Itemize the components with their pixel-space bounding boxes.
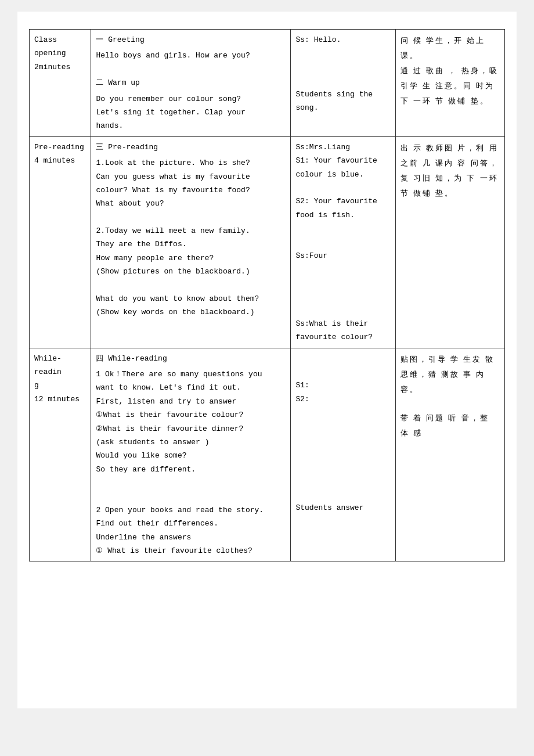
student-response: Ss:Four [295, 249, 390, 262]
student-response: Ss:Mrs.Liang [295, 141, 390, 154]
student-activity: Ss: Hello. Students sing the song. [291, 30, 395, 137]
activity-text: colour? What is my favourite food? [96, 183, 286, 197]
page: Class opening 2minutes 一 Greeting Hello … [17, 12, 517, 708]
activity-text: Would you like some? [96, 449, 286, 462]
student-response: favourite colour? [295, 330, 390, 344]
activity-text: 2 Open your books and read the story. [96, 503, 286, 517]
notes-text: 通 过 歌曲 ， 热身，吸 引学 生 注意。同 时为 下 一环 节 做铺 垫。 [400, 66, 499, 105]
notes-text: 问 候 学生，开 始上 课。 [400, 36, 486, 60]
activity-text: ②What is their favourite dinner? [96, 422, 286, 435]
section-header: 一 Greeting [96, 33, 286, 46]
activity-text: want to know. Let's find it out. [96, 381, 286, 394]
stage-time: 2minutes [34, 60, 86, 74]
student-activity: Ss:Mrs.Liang S1: Your favourite colour i… [291, 136, 395, 348]
activity-text: First, listen and try to answer [96, 395, 286, 408]
student-response: S1: Your favourite [295, 154, 390, 167]
activity-text: Find out their differences. [96, 517, 286, 530]
student-response: Ss:What is their [295, 317, 390, 330]
activity-text: 1.Look at the picture. Who is she? [96, 156, 286, 170]
stage-name: While-readin [34, 352, 86, 379]
section-header: 三 Pre-reading [96, 141, 286, 154]
table-row: Pre-reading 4 minutes 三 Pre-reading 1.Lo… [30, 136, 505, 348]
student-response: S1: [295, 379, 390, 392]
activity-text: 1 Ok！There are so many questions you [96, 368, 286, 381]
activity-text: What do you want to know about them? [96, 292, 286, 305]
stage-time: 4 minutes [34, 154, 86, 167]
student-activity: S1: S2: Students answer [291, 348, 395, 561]
activity-text: How many people are there? [96, 251, 286, 265]
teacher-activity: 一 Greeting Hello boys and girls. How are… [91, 30, 291, 137]
stage-name: Class opening [34, 33, 86, 60]
student-response: S2: Your favourite [295, 195, 390, 208]
student-response: colour is blue. [295, 168, 390, 181]
teacher-activity: 四 While-reading 1 Ok！There are so many q… [91, 348, 291, 561]
activity-text: They are the Diffos. [96, 237, 286, 251]
student-response: food is fish. [295, 208, 390, 222]
teacher-activity: 三 Pre-reading 1.Look at the picture. Who… [91, 136, 291, 348]
stage-time: 12 minutes [34, 393, 86, 406]
activity-text: 2.Today we will meet a new family. [96, 224, 286, 237]
activity-text: ①What is their favourite colour? [96, 408, 286, 422]
section-header: 二 Warm up [96, 76, 286, 89]
stage-name: Pre-reading [34, 141, 86, 154]
table-row: Class opening 2minutes 一 Greeting Hello … [30, 30, 505, 137]
notes: 问 候 学生，开 始上 课。 通 过 歌曲 ， 热身，吸 引学 生 注意。同 时… [395, 30, 504, 137]
student-response: S2: [295, 393, 390, 406]
student-response: Students sing the [295, 88, 390, 101]
activity-text: Let's sing it together. Clap your [96, 106, 286, 119]
student-response: Students answer [295, 501, 390, 514]
notes-text: 出 示 教师图 片，利 用 之前 几 课内 容 问答，复 习旧 知，为 下 一环… [400, 143, 499, 197]
stage-label: While-readin g 12 minutes [30, 348, 91, 561]
activity-text: Do you remember our colour song? [96, 92, 286, 106]
activity-text: (Show key words on the blackboard.) [96, 305, 286, 319]
section-header: 四 While-reading [96, 352, 286, 365]
activity-text: Underline the answers [96, 531, 286, 544]
notes: 贴图，引导 学 生发 散 思维，猜 测故 事 内容。 带 着 问题 听 音，整 … [395, 348, 504, 561]
activity-text: Hello boys and girls. How are you? [96, 49, 286, 62]
stage-label: Class opening 2minutes [30, 30, 91, 137]
activity-text: (ask students to answer ) [96, 435, 286, 449]
activity-text: So they are different. [96, 463, 286, 476]
table-row: While-readin g 12 minutes 四 While-readin… [30, 348, 505, 561]
student-response: song. [295, 101, 390, 114]
notes-text: 带 着 问题 听 音，整 体 感 [400, 413, 489, 437]
stage-label: Pre-reading 4 minutes [30, 136, 91, 348]
activity-text: Can you guess what is my favourite [96, 170, 286, 183]
activity-text: What about you? [96, 197, 286, 210]
activity-text: hands. [96, 119, 286, 132]
student-response: Ss: Hello. [295, 33, 390, 46]
activity-text: (Show pictures on the blackboard.) [96, 265, 286, 278]
activity-text: ① What is their favourite clothes? [96, 544, 286, 557]
lesson-table: Class opening 2minutes 一 Greeting Hello … [29, 29, 505, 561]
notes: 出 示 教师图 片，利 用 之前 几 课内 容 问答，复 习旧 知，为 下 一环… [395, 136, 504, 348]
stage-name-cont: g [34, 379, 86, 392]
notes-text: 贴图，引导 学 生发 散 思维，猜 测故 事 内容。 [400, 355, 495, 394]
